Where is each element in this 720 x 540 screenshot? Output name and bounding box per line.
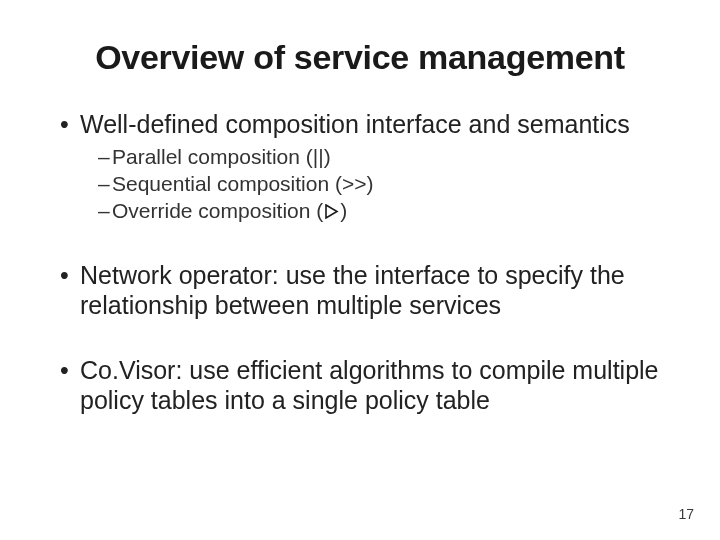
sub-bullet-override: Override composition () <box>98 198 660 225</box>
bullet-item-composition: Well-defined composition interface and s… <box>60 109 660 226</box>
sub-bullet-text: Sequential composition (>>) <box>112 172 374 195</box>
bullet-item-network-operator: Network operator: use the interface to s… <box>60 260 660 321</box>
bullet-text: Well-defined composition interface and s… <box>80 110 630 138</box>
bullet-item-covisor: Co.Visor: use efficient algorithms to co… <box>60 355 660 416</box>
sub-bullet-list: Parallel composition (||) Sequential com… <box>80 144 660 226</box>
sub-bullet-text-pre: Override composition ( <box>112 199 323 222</box>
slide: Overview of service management Well-defi… <box>0 0 720 540</box>
sub-bullet-text-post: ) <box>340 199 347 222</box>
bullet-text: Co.Visor: use efficient algorithms to co… <box>80 356 659 415</box>
page-number: 17 <box>678 506 694 522</box>
bullet-list: Well-defined composition interface and s… <box>60 109 660 416</box>
bullet-text: Network operator: use the interface to s… <box>80 261 625 320</box>
sub-bullet-parallel: Parallel composition (||) <box>98 144 660 170</box>
svg-marker-0 <box>326 205 337 218</box>
sub-bullet-text: Parallel composition (||) <box>112 145 331 168</box>
override-triangle-icon <box>324 199 339 225</box>
slide-title: Overview of service management <box>60 38 660 77</box>
sub-bullet-sequential: Sequential composition (>>) <box>98 171 660 197</box>
